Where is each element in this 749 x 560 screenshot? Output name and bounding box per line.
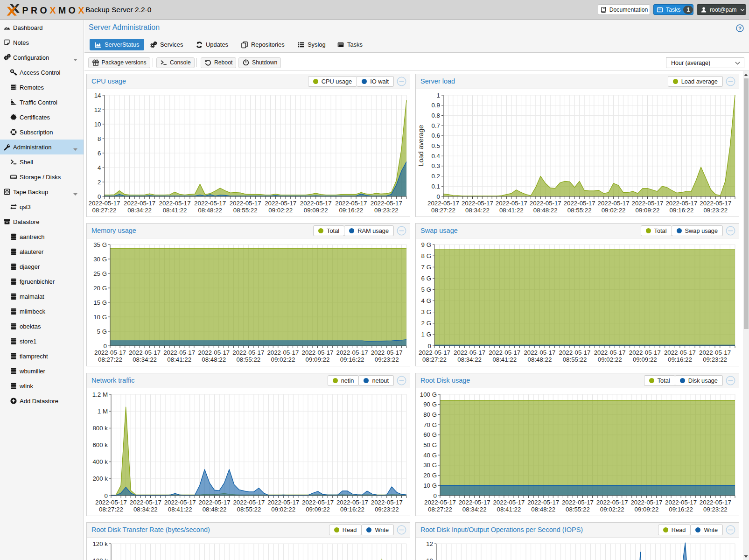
svg-text:0.1: 0.1 (432, 183, 441, 190)
svg-text:10: 10 (426, 557, 433, 560)
svg-text:0: 0 (104, 343, 107, 350)
svg-text:2022-05-17: 2022-05-17 (419, 349, 450, 356)
svg-text:0: 0 (428, 343, 431, 350)
svg-text:50 G: 50 G (423, 441, 437, 448)
svg-text:400 k: 400 k (92, 458, 108, 465)
svg-text:08:55:22: 08:55:22 (563, 356, 587, 363)
svg-text:09:16:22: 09:16:22 (670, 207, 694, 214)
svg-text:2022-05-17: 2022-05-17 (596, 499, 628, 506)
svg-text:08:41:22: 08:41:22 (492, 356, 517, 363)
svg-text:2022-05-17: 2022-05-17 (371, 349, 403, 356)
svg-text:09:16:22: 09:16:22 (340, 356, 364, 363)
svg-text:2022-05-17: 2022-05-17 (130, 499, 161, 506)
svg-text:09:02:22: 09:02:22 (598, 356, 622, 363)
svg-text:8 G: 8 G (421, 252, 431, 259)
svg-text:2022-05-17: 2022-05-17 (496, 200, 527, 207)
svg-text:0.8: 0.8 (432, 112, 441, 119)
svg-text:08:48:22: 08:48:22 (528, 356, 552, 363)
svg-text:2022-05-17: 2022-05-17 (665, 200, 697, 207)
svg-text:1 G: 1 G (421, 331, 431, 338)
svg-text:1.2 M: 1.2 M (92, 391, 108, 398)
svg-text:2022-05-17: 2022-05-17 (489, 349, 520, 356)
svg-text:09:09:22: 09:09:22 (633, 356, 657, 363)
svg-text:120 k: 120 k (92, 540, 108, 547)
svg-text:08:55:22: 08:55:22 (236, 356, 260, 363)
svg-text:6: 6 (98, 150, 101, 157)
svg-text:8: 8 (98, 135, 101, 142)
svg-text:60 G: 60 G (423, 431, 437, 438)
svg-text:08:27:22: 08:27:22 (431, 207, 455, 214)
svg-text:09:09:22: 09:09:22 (635, 506, 659, 513)
svg-text:2022-05-17: 2022-05-17 (336, 349, 368, 356)
svg-text:2022-05-17: 2022-05-17 (232, 349, 264, 356)
svg-text:35 G: 35 G (93, 241, 107, 248)
svg-text:2022-05-17: 2022-05-17 (164, 499, 196, 506)
svg-text:14: 14 (94, 92, 101, 99)
svg-text:100 k: 100 k (92, 557, 108, 560)
svg-text:3 G: 3 G (421, 308, 431, 315)
svg-text:2022-05-17: 2022-05-17 (598, 200, 630, 207)
svg-text:08:27:22: 08:27:22 (428, 506, 452, 513)
svg-text:800 k: 800 k (92, 425, 108, 432)
svg-text:0.9: 0.9 (432, 102, 441, 109)
svg-text:30 G: 30 G (423, 462, 437, 469)
svg-text:2022-05-17: 2022-05-17 (199, 499, 231, 506)
svg-text:0.4: 0.4 (432, 153, 441, 160)
svg-text:2022-05-17: 2022-05-17 (454, 349, 485, 356)
svg-text:2022-05-17: 2022-05-17 (301, 349, 333, 356)
svg-text:08:27:22: 08:27:22 (99, 506, 123, 513)
svg-text:2022-05-17: 2022-05-17 (129, 349, 161, 356)
svg-text:2022-05-17: 2022-05-17 (631, 200, 663, 207)
svg-text:2022-05-17: 2022-05-17 (371, 200, 402, 207)
svg-text:08:27:22: 08:27:22 (422, 356, 447, 363)
svg-text:08:34:22: 08:34:22 (465, 207, 490, 214)
svg-text:0: 0 (437, 193, 440, 200)
svg-text:09:16:22: 09:16:22 (668, 356, 692, 363)
svg-text:20 G: 20 G (423, 472, 437, 479)
svg-text:2022-05-17: 2022-05-17 (424, 499, 456, 506)
svg-text:09:02:22: 09:02:22 (602, 207, 626, 214)
svg-text:08:41:22: 08:41:22 (499, 207, 524, 214)
svg-text:4 G: 4 G (421, 297, 431, 304)
svg-text:2 G: 2 G (421, 320, 431, 327)
svg-text:09:16:22: 09:16:22 (669, 506, 693, 513)
svg-text:08:41:22: 08:41:22 (163, 207, 187, 214)
svg-text:09:23:22: 09:23:22 (703, 207, 728, 214)
svg-text:09:23:22: 09:23:22 (703, 506, 728, 513)
svg-text:2022-05-17: 2022-05-17 (233, 499, 265, 506)
svg-text:08:48:22: 08:48:22 (533, 207, 558, 214)
svg-text:20 G: 20 G (93, 285, 107, 292)
svg-text:2022-05-17: 2022-05-17 (562, 499, 594, 506)
svg-text:Load average: Load average (417, 125, 425, 167)
svg-text:25 G: 25 G (93, 270, 107, 277)
svg-text:7 G: 7 G (421, 264, 431, 271)
svg-text:5 G: 5 G (97, 328, 107, 335)
svg-text:08:27:22: 08:27:22 (98, 356, 122, 363)
svg-text:09:16:22: 09:16:22 (339, 207, 363, 214)
svg-text:?: ? (738, 26, 742, 31)
svg-text:2022-05-17: 2022-05-17 (664, 349, 696, 356)
svg-text:09:02:22: 09:02:22 (271, 356, 295, 363)
svg-text:X: X (49, 5, 56, 15)
svg-text:2022-05-17: 2022-05-17 (527, 499, 559, 506)
svg-text:2022-05-17: 2022-05-17 (427, 200, 459, 207)
svg-text:2022-05-17: 2022-05-17 (524, 349, 555, 356)
svg-text:2022-05-17: 2022-05-17 (629, 349, 661, 356)
svg-text:08:55:22: 08:55:22 (567, 207, 592, 214)
svg-text:O: O (40, 5, 47, 15)
svg-text:2022-05-17: 2022-05-17 (700, 200, 731, 207)
svg-text:2022-05-17: 2022-05-17 (267, 499, 299, 506)
svg-text:2022-05-17: 2022-05-17 (564, 200, 595, 207)
svg-text:2022-05-17: 2022-05-17 (336, 499, 368, 506)
svg-text:08:48:22: 08:48:22 (203, 506, 227, 513)
svg-text:10 G: 10 G (93, 314, 107, 321)
svg-text:0.5: 0.5 (432, 142, 441, 149)
svg-text:09:23:22: 09:23:22 (375, 356, 399, 363)
svg-text:2022-05-17: 2022-05-17 (302, 499, 334, 506)
svg-text:08:55:22: 08:55:22 (237, 506, 261, 513)
svg-text:1: 1 (437, 92, 440, 99)
svg-text:0: 0 (434, 492, 437, 499)
svg-text:08:34:22: 08:34:22 (133, 356, 157, 363)
svg-text:09:09:22: 09:09:22 (304, 207, 328, 214)
svg-text:90 G: 90 G (423, 401, 437, 408)
